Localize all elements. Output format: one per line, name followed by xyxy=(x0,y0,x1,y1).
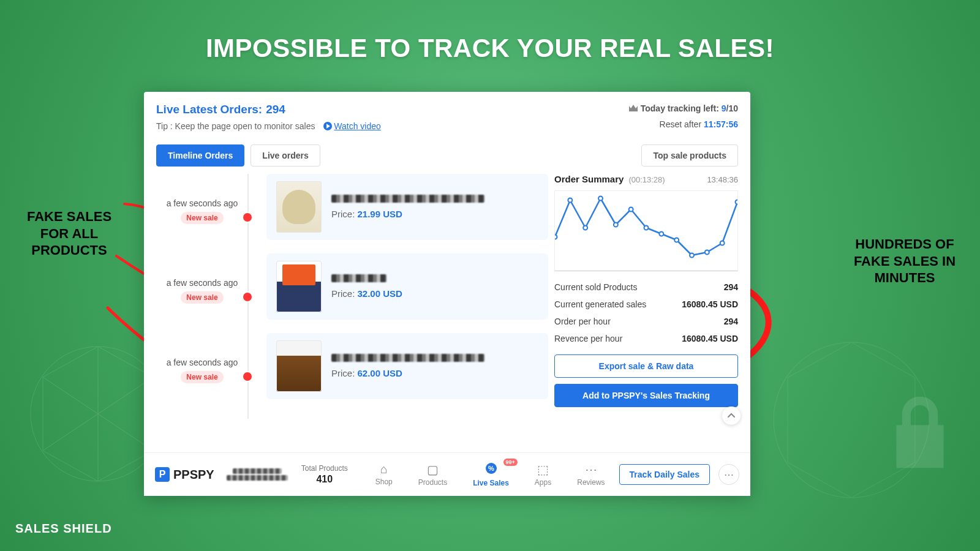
app-screenshot: Live Latest Orders:294 Tip : Keep the pa… xyxy=(144,92,750,496)
export-raw-data-button[interactable]: Export sale & Raw data xyxy=(554,354,738,378)
svg-point-4 xyxy=(568,198,572,203)
product-name-blurred xyxy=(331,354,484,362)
slide-headline: IMPOSSIBLE TO TRACK YOUR REAL SALES! xyxy=(0,34,980,63)
svg-point-10 xyxy=(659,232,663,236)
svg-point-8 xyxy=(629,208,633,212)
add-sales-tracking-button[interactable]: Add to PPSPY's Sales Tracking xyxy=(554,384,738,407)
svg-point-6 xyxy=(598,197,603,201)
bottom-nav-bar: PPPSPY Total Products410 ⌂Shop ▢Products… xyxy=(144,452,750,496)
tab-live-orders[interactable]: Live orders xyxy=(251,144,320,167)
timeline-event: a few seconds ago New sale xyxy=(156,198,248,224)
live-orders-title: Live Latest Orders:294 xyxy=(156,103,381,116)
new-sale-badge: New sale xyxy=(181,371,223,383)
scroll-top-button[interactable] xyxy=(722,407,741,425)
product-name-blurred xyxy=(331,195,484,203)
svg-point-15 xyxy=(736,200,737,204)
product-thumbnail xyxy=(276,181,322,233)
notification-badge: 99+ xyxy=(503,459,518,466)
order-summary-header: Order Summary (00:13:28) 13:48:36 xyxy=(554,174,738,184)
timeline-dot xyxy=(242,371,253,382)
product-thumbnail xyxy=(276,261,322,312)
annotation-right: HUNDREDS OF FAKE SALES IN MINUTES xyxy=(840,236,969,287)
svg-point-1 xyxy=(774,342,929,498)
price-label: Price: 32.00 USD xyxy=(331,288,402,299)
summary-stats: Current sold Products294Current generate… xyxy=(554,279,738,347)
timeline-dot xyxy=(242,212,253,223)
store-name-blurred xyxy=(227,467,288,482)
watch-video-link[interactable]: Watch video xyxy=(323,121,381,131)
nav-reviews[interactable]: ⋯Reviews xyxy=(577,462,605,487)
home-icon: ⌂ xyxy=(375,462,393,476)
app-logo: PPPSPY xyxy=(155,467,214,482)
new-sale-badge: New sale xyxy=(181,291,223,304)
more-button[interactable]: ⋯ xyxy=(718,464,739,485)
box-icon: ▢ xyxy=(418,462,447,477)
stat-row: Order per hour294 xyxy=(554,313,738,330)
nav-live-sales[interactable]: %Live Sales99+ xyxy=(473,462,509,487)
svg-point-13 xyxy=(705,250,709,255)
price-label: Price: 62.00 USD xyxy=(331,368,484,378)
nav-shop[interactable]: ⌂Shop xyxy=(375,462,393,487)
svg-point-9 xyxy=(644,226,649,230)
total-products: Total Products410 xyxy=(301,464,348,485)
cube-icon: ⬚ xyxy=(535,462,551,477)
timeline-event: a few seconds ago New sale xyxy=(156,358,248,383)
svg-point-12 xyxy=(690,253,694,258)
brand-label: SALES SHIELD xyxy=(15,522,112,536)
tab-timeline-orders[interactable]: Timeline Orders xyxy=(156,144,244,167)
svg-point-11 xyxy=(674,238,679,242)
price-label: Price: 21.99 USD xyxy=(331,209,484,219)
nav-apps[interactable]: ⬚Apps xyxy=(535,462,551,487)
stat-row: Current generated sales16080.45 USD xyxy=(554,296,738,313)
stat-row: Current sold Products294 xyxy=(554,279,738,296)
tracking-left: Today tracking left: 9/10 xyxy=(628,103,738,114)
track-daily-sales-button[interactable]: Track Daily Sales xyxy=(619,464,710,485)
timeline-dot xyxy=(242,291,253,302)
svg-point-3 xyxy=(555,235,557,239)
order-card[interactable]: Price: 62.00 USD xyxy=(266,333,548,399)
chevron-up-icon xyxy=(727,411,736,420)
dots-icon: ⋯ xyxy=(724,469,734,481)
crown-icon xyxy=(628,104,638,114)
annotation-left: FAKE SALES FOR ALL PRODUCTS xyxy=(11,208,127,259)
tab-top-sale-products[interactable]: Top sale products xyxy=(641,144,738,167)
order-card[interactable]: Price: 21.99 USD xyxy=(266,174,548,240)
svg-text:%: % xyxy=(488,465,494,472)
nav-products[interactable]: ▢Products xyxy=(418,462,447,487)
chat-icon: ⋯ xyxy=(577,462,605,477)
svg-point-14 xyxy=(720,241,725,246)
tip-text: Tip : Keep the page open to monitor sale… xyxy=(156,121,381,131)
order-card[interactable]: Price: 32.00 USD xyxy=(266,253,548,320)
product-thumbnail xyxy=(276,340,322,392)
svg-point-5 xyxy=(583,226,587,230)
new-sale-badge: New sale xyxy=(181,212,223,224)
product-name-blurred xyxy=(331,274,386,282)
play-icon xyxy=(323,122,332,130)
svg-point-7 xyxy=(614,223,618,227)
network-decor-2 xyxy=(760,328,943,514)
stat-row: Revence per hour16080.45 USD xyxy=(554,330,738,347)
timeline-event: a few seconds ago New sale xyxy=(156,278,248,304)
order-summary-chart xyxy=(554,190,738,271)
reset-timer: Reset after 11:57:56 xyxy=(628,119,738,129)
